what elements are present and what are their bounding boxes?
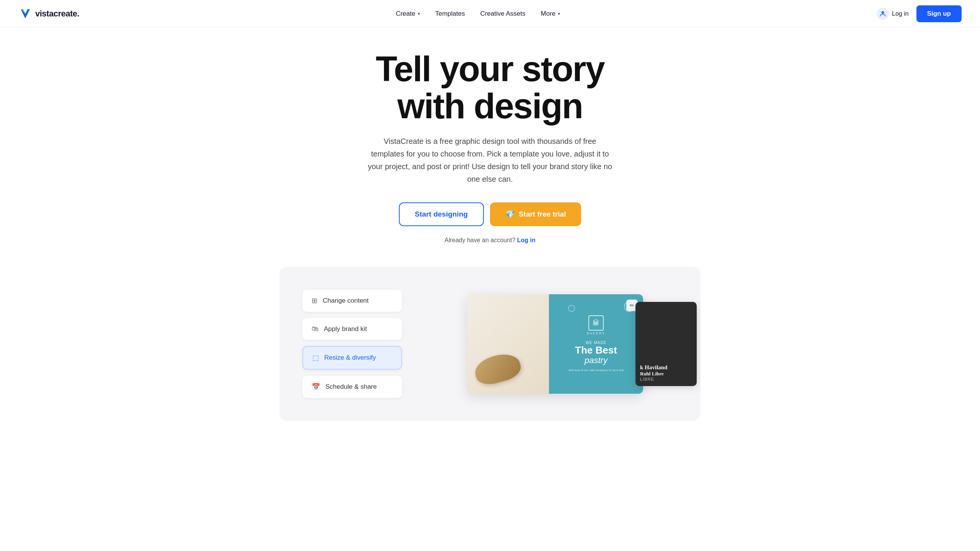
navbar: vistacreate. Create ▾ Templates Creative… — [0, 0, 980, 28]
sidebar-item-resize-diversify[interactable]: ⬚ Resize & diversify — [302, 346, 402, 370]
deco-circle-small — [568, 305, 575, 312]
hero-login-link[interactable]: Log in — [517, 237, 536, 243]
best-pastry-title: The Best pastry — [575, 345, 617, 365]
logo-text: vistacreate. — [35, 9, 79, 19]
trial-diamond-icon: 💎 — [505, 210, 515, 219]
sidebar-item-change-content[interactable]: ⊞ Change content — [302, 290, 402, 312]
pastry-shape — [472, 350, 523, 388]
canvas-card-2: k Haviland Ruhl Libre LIBRE — [635, 302, 697, 386]
logo-svg-icon — [18, 7, 32, 21]
more-chevron-icon: ▾ — [558, 11, 560, 16]
card2-text-2: Ruhl Libre — [640, 371, 692, 377]
sidebar-item-schedule-share[interactable]: 📅 Schedule & share — [302, 376, 402, 398]
grid-icon: ⊞ — [312, 297, 317, 305]
calendar-icon: 📅 — [312, 383, 320, 391]
svg-point-2 — [882, 11, 884, 14]
bag-icon: 🛍 — [312, 325, 318, 333]
start-designing-button[interactable]: Start designing — [399, 202, 484, 226]
start-free-trial-button[interactable]: 💎 Start free trial — [490, 202, 581, 226]
sidebar-item-apply-brand-kit[interactable]: 🛍 Apply brand kit — [302, 318, 402, 340]
card2-text-3: LIBRE — [640, 377, 692, 381]
signup-button[interactable]: Sign up — [916, 5, 962, 22]
logo-link[interactable]: vistacreate. — [18, 7, 79, 21]
canvas-pastry-area — [467, 294, 549, 394]
pastry-image — [467, 294, 549, 394]
bakery-logo: 🏛 BAKERY — [587, 315, 605, 335]
nav-item-templates[interactable]: Templates — [435, 10, 465, 18]
user-icon — [877, 8, 889, 20]
canvas-main-card: 🏛 BAKERY WE MADE The Best pastry Visit a… — [467, 294, 643, 394]
canvas-tagline: Visit any of our cafe locations to try i… — [568, 368, 624, 372]
login-button[interactable]: Log in — [877, 8, 909, 20]
nav-item-create[interactable]: Create ▾ — [396, 10, 420, 18]
hero-account-text: Already have an account? Log in — [444, 237, 535, 244]
create-chevron-icon: ▾ — [418, 11, 420, 16]
bakery-logo-icon: 🏛 — [588, 315, 604, 331]
demo-sidebar: ⊞ Change content 🛍 Apply brand kit ⬚ Res… — [279, 267, 402, 421]
hero-subtitle: VistaCreate is a free graphic design too… — [368, 135, 612, 186]
card2-text-1: k Haviland — [640, 364, 692, 371]
demo-canvas: 🏛 BAKERY WE MADE The Best pastry Visit a… — [402, 267, 701, 421]
bakery-label: BAKERY — [587, 331, 605, 335]
nav-right: Log in Sign up — [877, 5, 962, 22]
pastry-cursive-text: pastry — [575, 356, 617, 365]
hero-section: Tell your story with design VistaCreate … — [0, 28, 980, 259]
demo-section: ⊞ Change content 🛍 Apply brand kit ⬚ Res… — [0, 259, 980, 421]
hero-buttons: Start designing 💎 Start free trial — [399, 202, 581, 226]
nav-item-creative-assets[interactable]: Creative Assets — [480, 10, 525, 18]
hero-title: Tell your story with design — [376, 51, 604, 124]
nav-item-more[interactable]: More ▾ — [541, 10, 560, 18]
nav-center: Create ▾ Templates Creative Assets More … — [396, 10, 560, 18]
demo-container: ⊞ Change content 🛍 Apply brand kit ⬚ Res… — [279, 267, 701, 421]
resize-icon: ⬚ — [312, 354, 319, 362]
